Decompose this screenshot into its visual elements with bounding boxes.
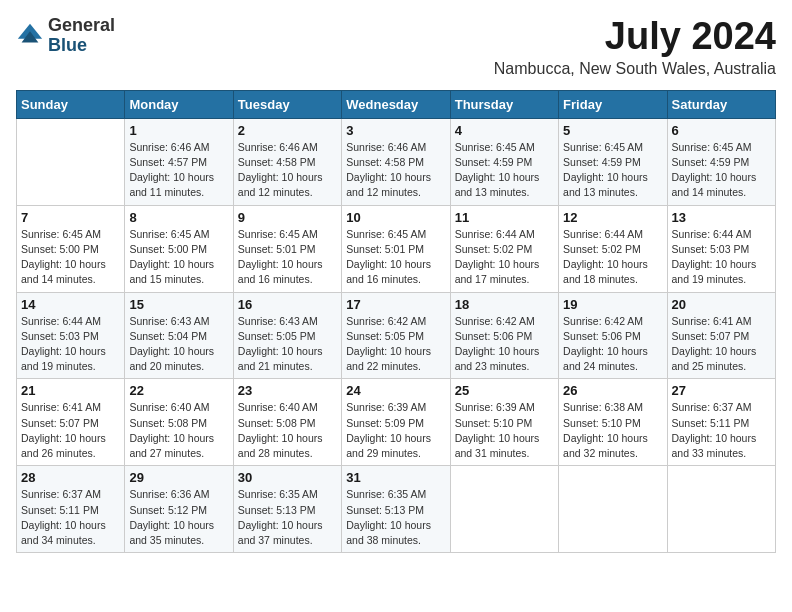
day-number: 10 xyxy=(346,210,445,225)
day-number: 2 xyxy=(238,123,337,138)
day-cell xyxy=(450,466,558,553)
day-detail: Sunrise: 6:42 AMSunset: 5:06 PMDaylight:… xyxy=(455,314,554,375)
week-row-2: 7Sunrise: 6:45 AMSunset: 5:00 PMDaylight… xyxy=(17,205,776,292)
day-detail: Sunrise: 6:46 AMSunset: 4:58 PMDaylight:… xyxy=(238,140,337,201)
day-cell: 25Sunrise: 6:39 AMSunset: 5:10 PMDayligh… xyxy=(450,379,558,466)
day-number: 5 xyxy=(563,123,662,138)
day-cell: 20Sunrise: 6:41 AMSunset: 5:07 PMDayligh… xyxy=(667,292,775,379)
day-detail: Sunrise: 6:45 AMSunset: 4:59 PMDaylight:… xyxy=(563,140,662,201)
day-number: 27 xyxy=(672,383,771,398)
day-number: 30 xyxy=(238,470,337,485)
day-detail: Sunrise: 6:44 AMSunset: 5:03 PMDaylight:… xyxy=(672,227,771,288)
day-number: 25 xyxy=(455,383,554,398)
header-saturday: Saturday xyxy=(667,90,775,118)
day-number: 29 xyxy=(129,470,228,485)
header: General Blue July 2024 Nambucca, New Sou… xyxy=(16,16,776,78)
day-cell: 24Sunrise: 6:39 AMSunset: 5:09 PMDayligh… xyxy=(342,379,450,466)
header-wednesday: Wednesday xyxy=(342,90,450,118)
day-number: 13 xyxy=(672,210,771,225)
day-detail: Sunrise: 6:37 AMSunset: 5:11 PMDaylight:… xyxy=(672,400,771,461)
title-area: July 2024 Nambucca, New South Wales, Aus… xyxy=(494,16,776,78)
day-detail: Sunrise: 6:40 AMSunset: 5:08 PMDaylight:… xyxy=(129,400,228,461)
day-number: 31 xyxy=(346,470,445,485)
day-cell xyxy=(559,466,667,553)
day-cell: 21Sunrise: 6:41 AMSunset: 5:07 PMDayligh… xyxy=(17,379,125,466)
day-detail: Sunrise: 6:45 AMSunset: 4:59 PMDaylight:… xyxy=(672,140,771,201)
day-cell: 2Sunrise: 6:46 AMSunset: 4:58 PMDaylight… xyxy=(233,118,341,205)
logo-general-text: General xyxy=(48,16,115,36)
day-number: 17 xyxy=(346,297,445,312)
day-cell: 3Sunrise: 6:46 AMSunset: 4:58 PMDaylight… xyxy=(342,118,450,205)
day-cell: 12Sunrise: 6:44 AMSunset: 5:02 PMDayligh… xyxy=(559,205,667,292)
day-detail: Sunrise: 6:44 AMSunset: 5:02 PMDaylight:… xyxy=(563,227,662,288)
day-cell: 30Sunrise: 6:35 AMSunset: 5:13 PMDayligh… xyxy=(233,466,341,553)
day-cell: 31Sunrise: 6:35 AMSunset: 5:13 PMDayligh… xyxy=(342,466,450,553)
day-cell: 11Sunrise: 6:44 AMSunset: 5:02 PMDayligh… xyxy=(450,205,558,292)
day-number: 4 xyxy=(455,123,554,138)
day-cell: 22Sunrise: 6:40 AMSunset: 5:08 PMDayligh… xyxy=(125,379,233,466)
day-number: 28 xyxy=(21,470,120,485)
day-number: 24 xyxy=(346,383,445,398)
day-number: 1 xyxy=(129,123,228,138)
day-detail: Sunrise: 6:45 AMSunset: 4:59 PMDaylight:… xyxy=(455,140,554,201)
day-number: 19 xyxy=(563,297,662,312)
day-detail: Sunrise: 6:43 AMSunset: 5:04 PMDaylight:… xyxy=(129,314,228,375)
header-sunday: Sunday xyxy=(17,90,125,118)
day-number: 16 xyxy=(238,297,337,312)
day-cell: 1Sunrise: 6:46 AMSunset: 4:57 PMDaylight… xyxy=(125,118,233,205)
day-cell: 29Sunrise: 6:36 AMSunset: 5:12 PMDayligh… xyxy=(125,466,233,553)
day-cell: 6Sunrise: 6:45 AMSunset: 4:59 PMDaylight… xyxy=(667,118,775,205)
header-tuesday: Tuesday xyxy=(233,90,341,118)
day-detail: Sunrise: 6:46 AMSunset: 4:57 PMDaylight:… xyxy=(129,140,228,201)
day-detail: Sunrise: 6:38 AMSunset: 5:10 PMDaylight:… xyxy=(563,400,662,461)
logo-text: General Blue xyxy=(48,16,115,56)
day-detail: Sunrise: 6:43 AMSunset: 5:05 PMDaylight:… xyxy=(238,314,337,375)
day-cell: 19Sunrise: 6:42 AMSunset: 5:06 PMDayligh… xyxy=(559,292,667,379)
week-row-1: 1Sunrise: 6:46 AMSunset: 4:57 PMDaylight… xyxy=(17,118,776,205)
day-detail: Sunrise: 6:41 AMSunset: 5:07 PMDaylight:… xyxy=(672,314,771,375)
day-cell: 10Sunrise: 6:45 AMSunset: 5:01 PMDayligh… xyxy=(342,205,450,292)
day-number: 11 xyxy=(455,210,554,225)
day-detail: Sunrise: 6:44 AMSunset: 5:02 PMDaylight:… xyxy=(455,227,554,288)
day-cell: 17Sunrise: 6:42 AMSunset: 5:05 PMDayligh… xyxy=(342,292,450,379)
day-number: 7 xyxy=(21,210,120,225)
day-detail: Sunrise: 6:36 AMSunset: 5:12 PMDaylight:… xyxy=(129,487,228,548)
day-cell: 28Sunrise: 6:37 AMSunset: 5:11 PMDayligh… xyxy=(17,466,125,553)
day-cell: 16Sunrise: 6:43 AMSunset: 5:05 PMDayligh… xyxy=(233,292,341,379)
header-monday: Monday xyxy=(125,90,233,118)
logo-icon xyxy=(16,22,44,50)
day-cell: 18Sunrise: 6:42 AMSunset: 5:06 PMDayligh… xyxy=(450,292,558,379)
day-detail: Sunrise: 6:45 AMSunset: 5:00 PMDaylight:… xyxy=(21,227,120,288)
day-detail: Sunrise: 6:42 AMSunset: 5:06 PMDaylight:… xyxy=(563,314,662,375)
day-detail: Sunrise: 6:39 AMSunset: 5:10 PMDaylight:… xyxy=(455,400,554,461)
day-cell xyxy=(667,466,775,553)
day-detail: Sunrise: 6:41 AMSunset: 5:07 PMDaylight:… xyxy=(21,400,120,461)
day-number: 26 xyxy=(563,383,662,398)
day-number: 21 xyxy=(21,383,120,398)
day-number: 9 xyxy=(238,210,337,225)
week-row-5: 28Sunrise: 6:37 AMSunset: 5:11 PMDayligh… xyxy=(17,466,776,553)
logo: General Blue xyxy=(16,16,115,56)
day-cell: 5Sunrise: 6:45 AMSunset: 4:59 PMDaylight… xyxy=(559,118,667,205)
day-detail: Sunrise: 6:45 AMSunset: 5:00 PMDaylight:… xyxy=(129,227,228,288)
header-thursday: Thursday xyxy=(450,90,558,118)
day-detail: Sunrise: 6:39 AMSunset: 5:09 PMDaylight:… xyxy=(346,400,445,461)
day-cell: 4Sunrise: 6:45 AMSunset: 4:59 PMDaylight… xyxy=(450,118,558,205)
day-number: 8 xyxy=(129,210,228,225)
day-number: 14 xyxy=(21,297,120,312)
day-cell: 8Sunrise: 6:45 AMSunset: 5:00 PMDaylight… xyxy=(125,205,233,292)
day-detail: Sunrise: 6:35 AMSunset: 5:13 PMDaylight:… xyxy=(238,487,337,548)
day-number: 20 xyxy=(672,297,771,312)
day-cell: 23Sunrise: 6:40 AMSunset: 5:08 PMDayligh… xyxy=(233,379,341,466)
day-detail: Sunrise: 6:37 AMSunset: 5:11 PMDaylight:… xyxy=(21,487,120,548)
day-cell: 27Sunrise: 6:37 AMSunset: 5:11 PMDayligh… xyxy=(667,379,775,466)
day-cell: 15Sunrise: 6:43 AMSunset: 5:04 PMDayligh… xyxy=(125,292,233,379)
day-number: 12 xyxy=(563,210,662,225)
day-cell xyxy=(17,118,125,205)
day-cell: 26Sunrise: 6:38 AMSunset: 5:10 PMDayligh… xyxy=(559,379,667,466)
day-cell: 7Sunrise: 6:45 AMSunset: 5:00 PMDaylight… xyxy=(17,205,125,292)
week-row-3: 14Sunrise: 6:44 AMSunset: 5:03 PMDayligh… xyxy=(17,292,776,379)
day-number: 6 xyxy=(672,123,771,138)
week-row-4: 21Sunrise: 6:41 AMSunset: 5:07 PMDayligh… xyxy=(17,379,776,466)
day-number: 23 xyxy=(238,383,337,398)
